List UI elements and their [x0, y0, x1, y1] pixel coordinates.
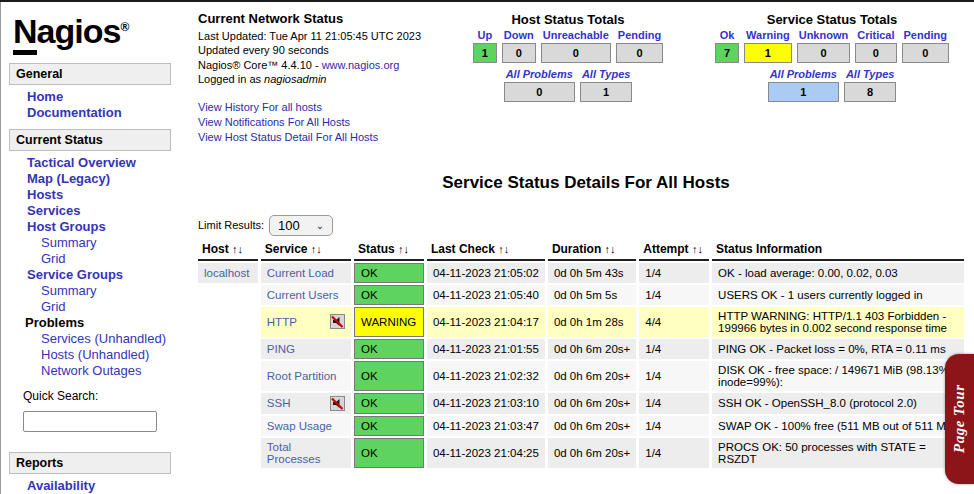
service-cell: SSH [261, 393, 351, 414]
limit-results-select[interactable]: 100 ⌄ [269, 215, 333, 236]
column-header-duration: Duration ↑↓ [548, 240, 636, 261]
limit-results-row: Limit Results: 100 ⌄ [198, 215, 974, 236]
service-cell: Root Partition [261, 361, 351, 391]
host-cell [198, 285, 258, 305]
notifications-disabled-icon[interactable] [330, 396, 345, 411]
last-check-header-label: Last Check [431, 242, 495, 256]
host-totals-aggregate-row: All Problems0 All Types1 [504, 68, 633, 102]
duration-cell: 0d 0h 6m 20s+ [548, 438, 636, 468]
page-tour-tab[interactable]: Page Tour [945, 354, 974, 484]
nagios-status-page: Nagios® General Home Documentation Curre… [0, 0, 974, 494]
sort-descending-icon[interactable]: ↓ [610, 243, 616, 255]
sidebar-item-map-legacy[interactable]: Map (Legacy) [27, 171, 185, 187]
host-up-count: 1 [473, 43, 497, 63]
sidebar-item-hostgroup-grid[interactable]: Grid [27, 251, 185, 267]
view-notifications-link[interactable]: View Notifications For All Hosts [198, 115, 443, 130]
column-header-service: Service ↑↓ [261, 240, 351, 261]
service-warning-link[interactable]: Warning [744, 29, 792, 41]
attempt-cell: 1/4 [639, 263, 709, 283]
service-link[interactable]: Total Processes [267, 441, 321, 465]
sort-descending-icon[interactable]: ↓ [504, 243, 510, 255]
table-row: Total Processes OK 04-11-2023 21:04:25 0… [198, 438, 964, 468]
page-title: Service Status Details For All Hosts [198, 173, 974, 193]
sidebar-item-tactical-overview[interactable]: Tactical Overview [27, 155, 185, 171]
update-interval: Updated every 90 seconds [198, 43, 443, 58]
host-up-link[interactable]: Up [475, 29, 494, 41]
sidebar-item-host-groups[interactable]: Host Groups [27, 219, 185, 235]
quick-search-input[interactable] [23, 411, 157, 432]
host-link[interactable]: localhost [204, 267, 249, 279]
host-unreachable-link[interactable]: Unreachable [541, 29, 611, 41]
service-all-problems-link[interactable]: All Problems [768, 68, 839, 80]
sort-descending-icon[interactable]: ↓ [316, 243, 322, 255]
status-badge: OK [354, 438, 424, 468]
host-totals-title: Host Status Totals [511, 12, 624, 27]
nagios-logo[interactable]: Nagios® [3, 2, 185, 55]
sidebar-item-services[interactable]: Services [27, 203, 185, 219]
sort-descending-icon[interactable]: ↓ [697, 243, 703, 255]
view-history-link[interactable]: View History For all hosts [198, 100, 443, 115]
service-pending-link[interactable]: Pending [902, 29, 949, 41]
host-all-problems-link[interactable]: All Problems [504, 68, 575, 80]
service-link[interactable]: HTTP [267, 316, 297, 328]
notifications-disabled-icon[interactable] [330, 314, 345, 329]
service-unknown-link[interactable]: Unknown [797, 29, 851, 41]
sidebar-item-servicegroup-summary[interactable]: Summary [27, 283, 185, 299]
sidebar-item-documentation[interactable]: Documentation [27, 105, 185, 121]
general-links: Home Documentation [3, 89, 185, 121]
sidebar-item-services-unhandled[interactable]: Services (Unhandled) [27, 331, 185, 347]
sidebar-item-network-outages[interactable]: Network Outages [27, 363, 185, 379]
limit-results-label: Limit Results: [198, 219, 264, 231]
host-pending-count: 0 [616, 43, 663, 63]
sidebar-item-servicegroup-grid[interactable]: Grid [27, 299, 185, 315]
host-cell [198, 339, 258, 359]
status-info-cell: PROCS OK: 50 processes with STATE = RSZD… [712, 438, 964, 468]
sidebar-item-hostgroup-summary[interactable]: Summary [27, 235, 185, 251]
column-header-status-information: Status Information [712, 240, 964, 261]
sidebar-item-hosts-unhandled[interactable]: Hosts (Unhandled) [27, 347, 185, 363]
version-text: Nagios® Core™ 4.4.10 - [198, 59, 322, 71]
attempt-cell: 1/4 [639, 416, 709, 436]
host-all-types-link[interactable]: All Types [580, 68, 633, 80]
host-pending-link[interactable]: Pending [616, 29, 663, 41]
service-link[interactable]: Root Partition [267, 370, 337, 382]
service-critical-link[interactable]: Critical [855, 29, 896, 41]
column-header-status: Status ↑↓ [354, 240, 424, 261]
nagios-org-link[interactable]: www.nagios.org [322, 59, 400, 71]
attempt-cell: 1/4 [639, 393, 709, 414]
sidebar-item-hosts[interactable]: Hosts [27, 187, 185, 203]
service-link[interactable]: SSH [267, 397, 291, 409]
service-all-types-link[interactable]: All Types [844, 68, 897, 80]
sort-descending-icon[interactable]: ↓ [404, 243, 410, 255]
status-info-cell: DISK OK - free space: / 149671 MiB (98.1… [712, 361, 964, 391]
host-header-label: Host [202, 242, 229, 256]
last-check-cell: 04-11-2023 21:05:40 [427, 285, 545, 305]
status-info-cell: HTTP WARNING: HTTP/1.1 403 Forbidden - 1… [712, 307, 964, 337]
quick-search: Quick Search: [3, 389, 185, 432]
sidebar-item-availability[interactable]: Availability [27, 478, 185, 494]
service-ok-link[interactable]: Ok [718, 29, 737, 41]
network-status-title: Current Network Status [198, 12, 443, 27]
service-link[interactable]: Current Users [267, 289, 339, 301]
host-unreachable-count: 0 [541, 43, 611, 63]
top-info-row: Current Network Status Last Updated: Tue… [198, 12, 974, 145]
sidebar-item-home[interactable]: Home [27, 89, 185, 105]
column-header-host: Host ↑↓ [198, 240, 258, 261]
service-link[interactable]: PING [267, 343, 295, 355]
host-down-link[interactable]: Down [502, 29, 536, 41]
status-info-cell: PING OK - Packet loss = 0%, RTA = 0.11 m… [712, 339, 964, 359]
current-network-status: Current Network Status Last Updated: Tue… [198, 12, 443, 145]
status-badge: OK [354, 416, 424, 436]
status-header-label: Status [358, 242, 395, 256]
view-host-status-link[interactable]: View Host Status Detail For All Hosts [198, 130, 443, 145]
service-cell: Current Load [261, 263, 351, 283]
service-link[interactable]: Current Load [267, 267, 334, 279]
sidebar-item-service-groups[interactable]: Service Groups [27, 267, 185, 283]
logged-in-line: Logged in as nagiosadmin [198, 72, 443, 87]
status-info-cell: USERS OK - 1 users currently logged in [712, 285, 964, 305]
last-check-cell: 04-11-2023 21:05:02 [427, 263, 545, 283]
sort-descending-icon[interactable]: ↓ [238, 243, 244, 255]
table-row: localhost Current Load OK 04-11-2023 21:… [198, 263, 964, 283]
attempt-cell: 1/4 [639, 438, 709, 468]
service-link[interactable]: Swap Usage [267, 420, 332, 432]
